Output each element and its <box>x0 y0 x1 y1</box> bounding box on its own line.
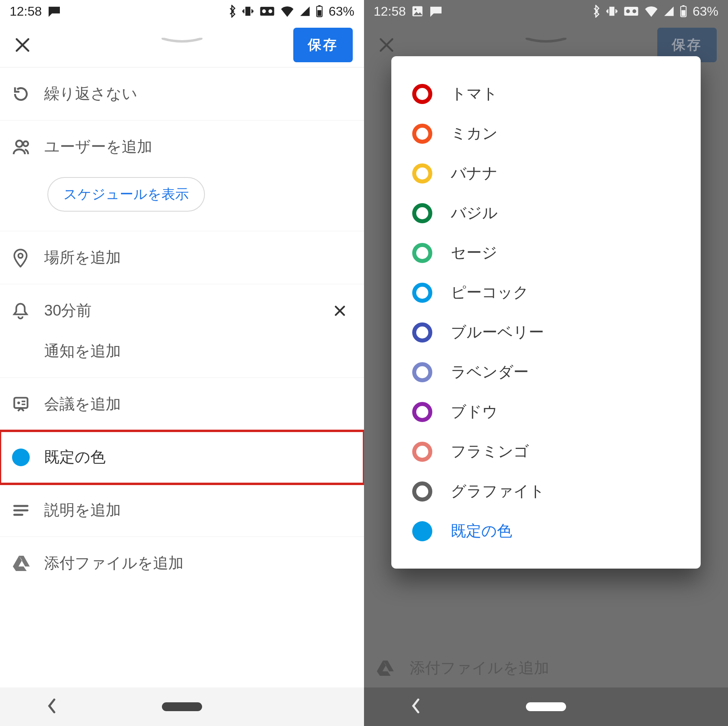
svg-point-1 <box>262 9 266 13</box>
show-schedule-chip[interactable]: スケジュールを表示 <box>47 177 205 212</box>
remove-reminder-button[interactable] <box>328 304 352 318</box>
row-attachment-label: 添付ファイルを追加 <box>44 553 352 573</box>
wifi-icon <box>644 6 658 17</box>
row-add-notification[interactable]: 通知を追加 <box>0 337 364 377</box>
nav-back-button[interactable] <box>45 697 57 716</box>
image-notification-icon <box>411 5 423 17</box>
wifi-icon <box>280 6 294 17</box>
close-button[interactable] <box>11 34 34 56</box>
svg-rect-9 <box>14 398 28 408</box>
color-option-default-label: 既定の色 <box>451 521 512 541</box>
color-option-default[interactable]: 既定の色 <box>391 511 701 551</box>
description-icon <box>12 503 44 518</box>
bluetooth-icon <box>591 5 600 18</box>
vibrate-icon <box>242 5 254 17</box>
color-option[interactable]: ピーコック <box>391 273 701 312</box>
status-time: 12:58 <box>10 4 42 19</box>
color-option[interactable]: トマト <box>391 74 701 114</box>
row-attachment-dimmed-label: 添付ファイルを追加 <box>410 658 549 678</box>
color-option[interactable]: セージ <box>391 233 701 273</box>
svg-point-14 <box>626 9 630 13</box>
color-option-label: トマト <box>451 84 498 104</box>
right-screen: 12:58 <box>364 0 728 726</box>
color-option-label: ミカン <box>451 123 498 144</box>
svg-point-7 <box>23 141 28 146</box>
cardboard-icon <box>624 6 639 16</box>
color-swatch-icon <box>12 449 44 466</box>
row-location[interactable]: 場所を追加 <box>0 231 364 284</box>
color-ring-icon <box>412 362 432 382</box>
color-ring-icon <box>412 481 432 502</box>
row-description[interactable]: 説明を追加 <box>0 484 364 537</box>
row-reminder-label: 30分前 <box>44 300 328 321</box>
row-meeting[interactable]: 会議を追加 <box>0 378 364 431</box>
battery-icon <box>316 5 323 17</box>
color-option-label: ラベンダー <box>451 362 529 382</box>
nav-back-button[interactable] <box>409 697 421 716</box>
row-add-user[interactable]: ユーザーを追加 <box>0 120 364 173</box>
color-option-label: バジル <box>451 203 498 223</box>
left-screen: 12:58 63% <box>0 0 364 726</box>
row-add-user-label: ユーザーを追加 <box>44 137 352 157</box>
location-icon <box>12 248 44 267</box>
battery-icon <box>680 5 687 17</box>
color-option[interactable]: ラベンダー <box>391 352 701 392</box>
row-meeting-label: 会議を追加 <box>44 394 352 414</box>
row-repeat[interactable]: 繰り返さない <box>0 67 364 120</box>
svg-rect-18 <box>681 10 685 16</box>
save-button[interactable]: 保存 <box>293 28 353 62</box>
drive-icon <box>376 660 399 677</box>
close-button-dimmed <box>375 34 398 56</box>
svg-rect-4 <box>318 5 320 6</box>
color-option-label: セージ <box>451 243 497 263</box>
color-ring-icon <box>412 283 432 303</box>
color-ring-icon <box>412 442 432 462</box>
color-option-label: フラミンゴ <box>451 441 529 462</box>
color-ring-icon <box>412 84 432 104</box>
svg-point-2 <box>268 9 272 13</box>
color-option[interactable]: グラファイト <box>391 471 701 511</box>
row-description-label: 説明を追加 <box>44 500 352 520</box>
row-attachment[interactable]: 添付ファイルを追加 <box>0 537 364 592</box>
color-option[interactable]: ミカン <box>391 114 701 153</box>
svg-point-8 <box>18 253 23 258</box>
color-swatch-default <box>412 521 432 541</box>
drag-handle-icon <box>524 38 568 43</box>
app-bar: 保存 <box>0 22 364 67</box>
nav-bar <box>0 687 364 726</box>
color-ring-icon <box>412 203 432 223</box>
people-icon <box>12 137 44 157</box>
row-schedule-chip: スケジュールを表示 <box>0 173 364 231</box>
color-option-label: バナナ <box>451 163 498 184</box>
nav-home-pill[interactable] <box>526 702 566 711</box>
cardboard-icon <box>260 6 275 16</box>
row-color-label: 既定の色 <box>44 447 352 467</box>
color-option-label: グラファイト <box>451 481 545 502</box>
svg-rect-17 <box>682 5 684 6</box>
messaging-icon <box>429 6 443 17</box>
row-repeat-label: 繰り返さない <box>44 84 352 104</box>
nav-home-pill[interactable] <box>162 702 202 711</box>
row-reminder[interactable]: 30分前 <box>0 284 364 337</box>
row-add-notification-label: 通知を追加 <box>44 341 352 361</box>
drag-handle-icon[interactable] <box>160 38 204 43</box>
section-attendees: ユーザーを追加 スケジュールを表示 <box>0 120 364 231</box>
color-option-label: ブドウ <box>451 402 498 422</box>
color-option-label: ブルーベリー <box>451 322 544 343</box>
svg-point-12 <box>415 8 417 10</box>
svg-point-6 <box>16 141 22 147</box>
color-option[interactable]: バジル <box>391 193 701 233</box>
color-option[interactable]: ブルーベリー <box>391 312 701 352</box>
signal-icon <box>664 6 674 16</box>
meeting-icon <box>12 396 44 413</box>
color-option[interactable]: フラミンゴ <box>391 432 701 471</box>
color-ring-icon <box>412 243 432 263</box>
nav-bar <box>364 687 728 726</box>
svg-point-15 <box>632 9 636 13</box>
color-picker-dialog: トマトミカンバナナバジルセージピーコックブルーベリーラベンダーブドウフラミンゴグ… <box>391 56 701 569</box>
color-option[interactable]: バナナ <box>391 153 701 193</box>
color-ring-icon <box>412 163 432 184</box>
status-battery-pct: 63% <box>693 4 718 19</box>
color-option[interactable]: ブドウ <box>391 392 701 432</box>
row-color[interactable]: 既定の色 <box>0 431 364 484</box>
